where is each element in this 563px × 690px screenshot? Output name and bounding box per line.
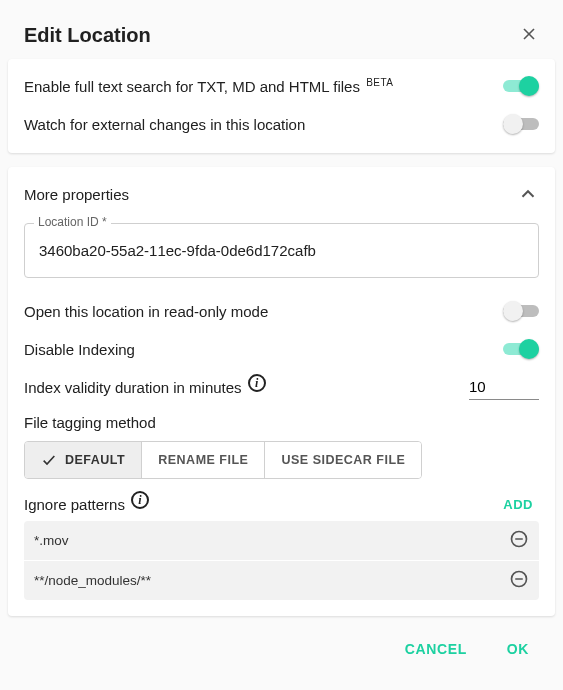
row-watch-changes: Watch for external changes in this locat…: [24, 105, 539, 143]
index-validity-label-wrap: Index validity duration in minutes: [24, 378, 266, 396]
file-tagging-label: File tagging method: [24, 414, 539, 431]
ignore-patterns-header: Ignore patterns ADD: [24, 495, 539, 513]
tagging-rename-button[interactable]: RENAME FILE: [142, 442, 265, 478]
beta-badge: BETA: [366, 77, 393, 88]
info-icon[interactable]: [131, 491, 149, 509]
tagging-default-button[interactable]: DEFAULT: [25, 442, 142, 478]
list-item: *.mov: [24, 521, 539, 561]
ignore-patterns-label: Ignore patterns: [24, 496, 125, 513]
card-basic: Enable full text search for TXT, MD and …: [8, 59, 555, 153]
row-readonly: Open this location in read-only mode: [24, 292, 539, 330]
tagging-rename-label: RENAME FILE: [158, 453, 248, 467]
full-text-label: Enable full text search for TXT, MD and …: [24, 77, 394, 95]
add-pattern-button[interactable]: ADD: [497, 496, 539, 513]
index-validity-input[interactable]: [469, 374, 539, 400]
disable-indexing-label: Disable Indexing: [24, 341, 135, 358]
close-icon: [519, 24, 539, 44]
remove-pattern-button[interactable]: [509, 569, 529, 592]
info-icon[interactable]: [248, 374, 266, 392]
row-full-text-search: Enable full text search for TXT, MD and …: [24, 67, 539, 105]
file-tagging-group: DEFAULT RENAME FILE USE SIDECAR FILE: [24, 441, 422, 479]
index-validity-label: Index validity duration in minutes: [24, 379, 242, 396]
location-id-input[interactable]: [24, 223, 539, 278]
pattern-text: **/node_modules/**: [34, 573, 151, 588]
dialog-title: Edit Location: [24, 24, 151, 47]
ignore-patterns-label-wrap: Ignore patterns: [24, 495, 149, 513]
dialog-header: Edit Location: [8, 8, 555, 59]
remove-circle-icon: [509, 569, 529, 589]
tagging-sidecar-button[interactable]: USE SIDECAR FILE: [265, 442, 421, 478]
chevron-up-icon: [517, 183, 539, 205]
more-properties-title: More properties: [24, 186, 129, 203]
location-id-legend: Location ID *: [34, 215, 111, 229]
remove-circle-icon: [509, 529, 529, 549]
readonly-label: Open this location in read-only mode: [24, 303, 268, 320]
row-index-validity: Index validity duration in minutes: [24, 368, 539, 406]
full-text-toggle[interactable]: [503, 76, 539, 96]
remove-pattern-button[interactable]: [509, 529, 529, 552]
readonly-toggle[interactable]: [503, 301, 539, 321]
card-more-properties: More properties Location ID * Open this …: [8, 167, 555, 616]
tagging-default-label: DEFAULT: [65, 453, 125, 467]
close-button[interactable]: [519, 24, 539, 47]
disable-indexing-toggle[interactable]: [503, 339, 539, 359]
ignore-pattern-list: *.mov **/node_modules/**: [24, 521, 539, 600]
cancel-button[interactable]: CANCEL: [399, 640, 473, 658]
ok-button[interactable]: OK: [501, 640, 535, 658]
check-icon: [41, 452, 57, 468]
list-item: **/node_modules/**: [24, 561, 539, 600]
row-disable-indexing: Disable Indexing: [24, 330, 539, 368]
full-text-label-text: Enable full text search for TXT, MD and …: [24, 78, 360, 95]
tagging-sidecar-label: USE SIDECAR FILE: [281, 453, 405, 467]
dialog-actions: CANCEL OK: [8, 630, 555, 664]
more-properties-header[interactable]: More properties: [24, 183, 539, 219]
edit-location-dialog: Edit Location Enable full text search fo…: [0, 0, 563, 672]
pattern-text: *.mov: [34, 533, 69, 548]
watch-label: Watch for external changes in this locat…: [24, 116, 305, 133]
location-id-field: Location ID *: [24, 223, 539, 278]
watch-toggle[interactable]: [503, 114, 539, 134]
